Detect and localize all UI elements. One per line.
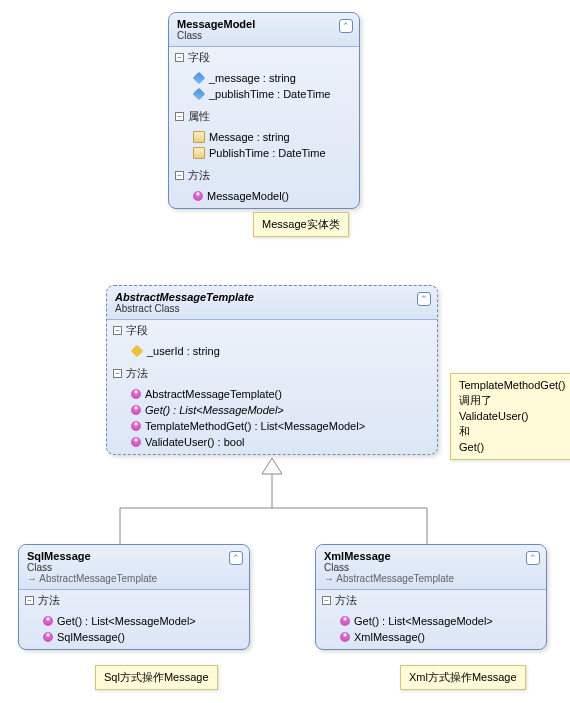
property-icon — [193, 147, 205, 159]
member-prop[interactable]: Message : string — [169, 129, 359, 145]
member-method[interactable]: AbstractMessageTemplate() — [107, 386, 437, 402]
svg-marker-0 — [262, 458, 282, 474]
toggle-icon: − — [175, 53, 184, 62]
class-name: MessageModel — [177, 18, 351, 30]
member-method[interactable]: XmlMessage() — [316, 629, 546, 645]
class-stereotype: Class — [27, 562, 241, 573]
member-method[interactable]: MessageModel() — [169, 188, 359, 204]
section-methods[interactable]: −方法 — [107, 363, 437, 384]
class-inherits: AbstractMessageTemplate — [27, 573, 241, 584]
toggle-icon: − — [322, 596, 331, 605]
class-name: XmlMessage — [324, 550, 538, 562]
member-field[interactable]: _publishTime : DateTime — [169, 86, 359, 102]
class-inherits: AbstractMessageTemplate — [324, 573, 538, 584]
class-header: SqlMessage Class AbstractMessageTemplate… — [19, 545, 249, 590]
section-fields[interactable]: −字段 — [107, 320, 437, 341]
collapse-icon[interactable]: ⌃ — [417, 292, 431, 306]
member-prop[interactable]: PublishTime : DateTime — [169, 145, 359, 161]
collapse-icon[interactable]: ⌃ — [526, 551, 540, 565]
note-template-method: TemplateMethodGet() 调用了 ValidateUser() 和… — [450, 373, 570, 460]
note-message-model: Message实体类 — [253, 212, 349, 237]
member-method[interactable]: Get() : List<MessageModel> — [19, 613, 249, 629]
members-fields: _message : string _publishTime : DateTim… — [169, 68, 359, 106]
member-field[interactable]: _message : string — [169, 70, 359, 86]
toggle-icon: − — [25, 596, 34, 605]
class-name: AbstractMessageTemplate — [115, 291, 429, 303]
field-icon — [131, 345, 144, 358]
method-icon — [338, 614, 352, 628]
class-header: XmlMessage Class AbstractMessageTemplate… — [316, 545, 546, 590]
class-xml-message: XmlMessage Class AbstractMessageTemplate… — [315, 544, 547, 650]
collapse-icon[interactable]: ⌃ — [229, 551, 243, 565]
method-icon — [41, 630, 55, 644]
method-icon — [129, 403, 143, 417]
members-methods: AbstractMessageTemplate() Get() : List<M… — [107, 384, 437, 454]
members-fields: _userId : string — [107, 341, 437, 363]
class-header: MessageModel Class ⌃ — [169, 13, 359, 47]
method-icon — [191, 189, 205, 203]
member-method[interactable]: Get() : List<MessageModel> — [107, 402, 437, 418]
members-methods: Get() : List<MessageModel> XmlMessage() — [316, 611, 546, 649]
members-methods: Get() : List<MessageModel> SqlMessage() — [19, 611, 249, 649]
toggle-icon: − — [175, 112, 184, 121]
class-stereotype: Class — [177, 30, 351, 41]
section-fields[interactable]: −字段 — [169, 47, 359, 68]
field-icon — [193, 72, 206, 85]
method-icon — [41, 614, 55, 628]
members-methods: MessageModel() — [169, 186, 359, 208]
property-icon — [193, 131, 205, 143]
note-xml: Xml方式操作Message — [400, 665, 526, 690]
method-icon — [129, 435, 143, 449]
collapse-icon[interactable]: ⌃ — [339, 19, 353, 33]
member-field[interactable]: _userId : string — [107, 343, 437, 359]
class-stereotype: Class — [324, 562, 538, 573]
class-name: SqlMessage — [27, 550, 241, 562]
method-icon — [338, 630, 352, 644]
note-sql: Sql方式操作Message — [95, 665, 218, 690]
section-props[interactable]: −属性 — [169, 106, 359, 127]
member-method[interactable]: Get() : List<MessageModel> — [316, 613, 546, 629]
member-method[interactable]: TemplateMethodGet() : List<MessageModel> — [107, 418, 437, 434]
section-methods[interactable]: −方法 — [19, 590, 249, 611]
class-abstract-template: AbstractMessageTemplate Abstract Class ⌃… — [106, 285, 438, 455]
class-sql-message: SqlMessage Class AbstractMessageTemplate… — [18, 544, 250, 650]
method-icon — [129, 419, 143, 433]
class-stereotype: Abstract Class — [115, 303, 429, 314]
class-header: AbstractMessageTemplate Abstract Class ⌃ — [107, 286, 437, 320]
members-props: Message : string PublishTime : DateTime — [169, 127, 359, 165]
toggle-icon: − — [113, 326, 122, 335]
toggle-icon: − — [175, 171, 184, 180]
member-method[interactable]: SqlMessage() — [19, 629, 249, 645]
class-message-model: MessageModel Class ⌃ −字段 _message : stri… — [168, 12, 360, 209]
toggle-icon: − — [113, 369, 122, 378]
field-icon — [193, 88, 206, 101]
section-methods[interactable]: −方法 — [169, 165, 359, 186]
section-methods[interactable]: −方法 — [316, 590, 546, 611]
member-method[interactable]: ValidateUser() : bool — [107, 434, 437, 450]
method-icon — [129, 387, 143, 401]
